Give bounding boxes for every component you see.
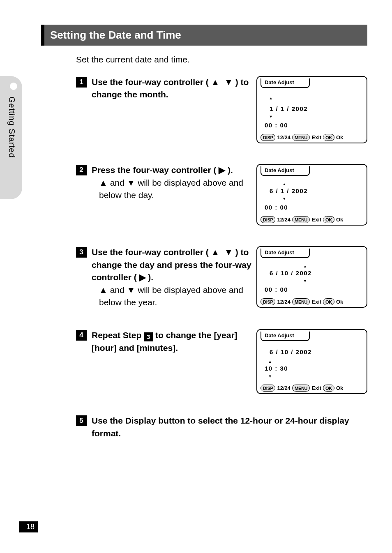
step-number: 3 — [76, 247, 87, 258]
step-ref-icon: 3 — [144, 332, 153, 341]
step-number: 4 — [76, 330, 87, 341]
page-number: 18 — [19, 521, 38, 532]
lcd-title: Date Adjust — [261, 78, 310, 88]
right-icon: ▶ — [219, 165, 225, 175]
down-icon: ▼ — [224, 77, 233, 87]
ok-button-icon: OK — [323, 385, 334, 392]
section-heading: Setting the Date and Time — [41, 25, 367, 46]
disp-button-icon: DISP — [261, 385, 275, 392]
lcd-time: 1▲ 10 : 30 1▼ — [265, 357, 361, 380]
down-icon: ▼ — [127, 285, 136, 295]
ok-button-icon: OK — [323, 216, 334, 223]
ok-label: Ok — [336, 134, 343, 141]
exit-label: Exit — [311, 217, 321, 223]
lcd-screen-3: Date Adjust 6 / 10 / 20▲ 6 / 10 / 2002 6… — [256, 246, 367, 308]
twelve24-label: 12/24 — [277, 385, 291, 391]
up-icon: ▲ — [99, 178, 108, 187]
step-5: 5 Use the Display button to select the 1… — [76, 415, 367, 440]
step-number: 1 — [76, 77, 87, 88]
ok-label: Ok — [336, 299, 343, 305]
down-icon: ▼ — [224, 247, 233, 257]
step-3: 3 Use the four-way controller ( ▲ ▼ ) to… — [76, 246, 367, 309]
step-4: 4 Repeat Step 3 to change the [year] [ho… — [76, 329, 367, 394]
ok-button-icon: OK — [323, 298, 334, 305]
caret-up-icon: ▲ — [282, 183, 286, 185]
lcd-date: 6 / 10 / 2002 — [270, 348, 361, 356]
lcd-footer: DISP 12/24 MENU Exit OK Ok — [260, 132, 364, 141]
lcd-footer: DISP 12/24 MENU Exit OK Ok — [260, 383, 364, 392]
lcd-screen-4: Date Adjust 6 / 10 / 2002 1▲ 10 : 30 1▼ … — [256, 329, 367, 394]
lcd-title: Date Adjust — [261, 166, 310, 176]
lcd-date: 6 / 10 / 20▲ 6 / 10 / 2002 6 / 10 / 20▼ — [270, 262, 361, 284]
ok-label: Ok — [336, 217, 343, 223]
caret-down-icon: ▼ — [303, 280, 307, 282]
menu-button-icon: MENU — [292, 216, 310, 223]
twelve24-label: 12/24 — [277, 299, 291, 305]
step-number: 2 — [76, 165, 87, 175]
disp-button-icon: DISP — [261, 216, 275, 223]
up-icon: ▲ — [211, 77, 220, 87]
step-title: Use the Display button to select the 12-… — [92, 415, 367, 440]
caret-down-icon: ▼ — [282, 198, 286, 200]
lcd-time: 00 : 00 — [265, 286, 361, 293]
twelve24-label: 12/24 — [277, 217, 291, 223]
lcd-time: 00 : 00 — [265, 122, 361, 129]
lcd-title: Date Adjust — [261, 332, 310, 341]
ok-label: Ok — [336, 385, 343, 391]
disp-button-icon: DISP — [261, 298, 275, 305]
up-icon: ▲ — [211, 247, 220, 257]
intro-text: Set the current date and time. — [76, 55, 367, 65]
step-number: 5 — [76, 415, 87, 426]
lcd-footer: DISP 12/24 MENU Exit OK Ok — [260, 297, 364, 305]
caret-up-icon: ▲ — [268, 360, 272, 363]
menu-button-icon: MENU — [292, 134, 310, 141]
lcd-title: Date Adjust — [261, 249, 310, 258]
exit-label: Exit — [311, 299, 321, 305]
caret-up-icon: ▲ — [269, 97, 273, 99]
step-1: 1 Use the four-way controller ( ▲ ▼ ) to… — [76, 76, 367, 143]
step-title: Use the four-way controller ( ▲ ▼ ) to c… — [92, 76, 251, 101]
menu-button-icon: MENU — [292, 385, 310, 392]
exit-label: Exit — [311, 385, 321, 391]
step-2: 2 Press the four-way controller ( ▶ ). ▲… — [76, 164, 367, 226]
disp-button-icon: DISP — [261, 134, 275, 141]
ok-button-icon: OK — [323, 134, 334, 141]
up-icon: ▲ — [99, 285, 108, 295]
lcd-screen-1: Date Adjust ▲ 1 / 1 / 2002 ▼ 00 : 00 DIS… — [256, 76, 367, 143]
exit-label: Exit — [311, 134, 321, 141]
lcd-footer: DISP 12/24 MENU Exit OK Ok — [260, 214, 364, 223]
caret-down-icon: ▼ — [269, 115, 273, 118]
step-title: Repeat Step 3 to change the [year] [hour… — [92, 329, 251, 354]
step-title: Press the four-way controller ( ▶ ). — [92, 164, 251, 176]
lcd-date: ▲ 1 / 1 / 2002 ▼ — [270, 92, 361, 120]
caret-down-icon: ▼ — [268, 375, 272, 378]
caret-up-icon: ▲ — [303, 265, 307, 267]
menu-button-icon: MENU — [292, 298, 310, 305]
step-title: Use the four-way controller ( ▲ ▼ ) to c… — [92, 246, 251, 283]
lcd-screen-2: Date Adjust 6 / ▲ 6 / 1 / 2002 6 / ▼ 00 … — [256, 164, 367, 226]
lcd-time: 00 : 00 — [265, 204, 361, 211]
twelve24-label: 12/24 — [277, 134, 291, 141]
down-icon: ▼ — [127, 178, 136, 187]
step-description: ▲ and ▼ will be displayed above and belo… — [99, 284, 251, 309]
step-description: ▲ and ▼ will be displayed above and belo… — [99, 177, 251, 202]
right-icon: ▶ — [139, 272, 146, 282]
lcd-date: 6 / ▲ 6 / 1 / 2002 6 / ▼ — [270, 180, 361, 202]
